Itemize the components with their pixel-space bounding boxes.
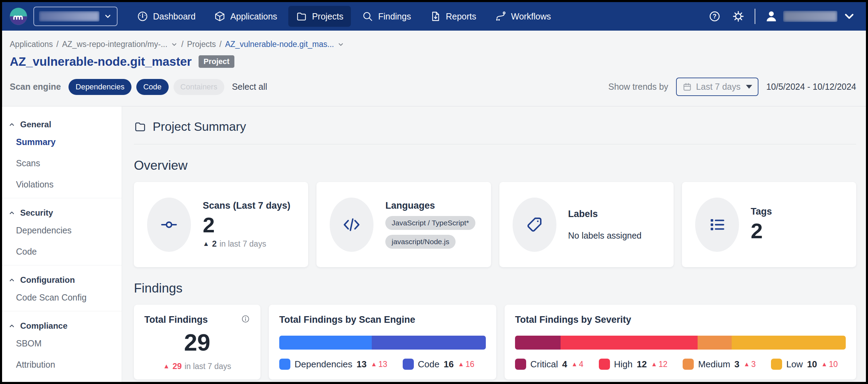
engine-legend: Dependencies13▲13Code16▲16 [279, 359, 486, 370]
sidebar-item-dependencies[interactable]: Dependencies [2, 220, 122, 241]
sidebar-item-summary[interactable]: Summary [2, 131, 122, 153]
primary-nav: Dashboard Applications Projects Findings [129, 6, 558, 27]
legend-item-dependencies: Dependencies13▲13 [279, 359, 387, 370]
nav-item-label: Workflows [511, 11, 551, 22]
trend-up-icon: ▲ [163, 362, 170, 370]
legend-swatch [599, 359, 610, 370]
legend-label: High [614, 359, 633, 370]
card-scans: Scans (Last 7 days) 2 ▲ 2 in last 7 days [134, 182, 308, 267]
sidebar-item-violations[interactable]: Violations [2, 174, 122, 195]
divider [134, 144, 856, 144]
trend-up-icon: ▲ [203, 240, 209, 248]
screenshot-frame: Dashboard Applications Projects Findings [0, 0, 868, 384]
nav-item-reports[interactable]: Reports [422, 6, 484, 27]
breadcrumb-project-name[interactable]: AZ_vulnerable-node.git_mas... [225, 40, 334, 49]
breadcrumb-application-name[interactable]: AZ_ws-repo-integration/my-... [62, 40, 167, 49]
bar-segment-low [732, 336, 846, 350]
sidebar-item-attribution[interactable]: Attribution [2, 354, 122, 375]
legend-delta: ▲3 [744, 360, 756, 369]
tags-icon-bubble [695, 198, 739, 252]
card-title: Total Findings by Severity [515, 314, 631, 325]
legend-swatch [515, 359, 526, 370]
nav-item-label: Projects [312, 11, 343, 22]
chevron-down-icon[interactable] [171, 41, 178, 48]
help-button[interactable]: ? [707, 9, 722, 24]
page-header: Applications / AZ_ws-repo-integration/my… [2, 31, 866, 106]
labels-icon-bubble [513, 198, 556, 252]
sidebar-section-header-compliance[interactable]: Compliance [2, 319, 122, 333]
legend-item-code: Code16▲16 [403, 359, 475, 370]
nav-item-workflows[interactable]: Workflows [487, 6, 558, 27]
breadcrumb: Applications / AZ_ws-repo-integration/my… [10, 40, 856, 49]
sidebar-section-header-security[interactable]: Security [2, 206, 122, 220]
sidebar-section-label: Security [20, 208, 53, 218]
language-chip: JavaScript / TypeScript* [385, 216, 475, 230]
organization-selector[interactable] [33, 7, 118, 26]
languages-icon-bubble [330, 198, 373, 252]
severity-stacked-bar [515, 336, 846, 350]
breadcrumb-separator: / [219, 40, 222, 49]
chevron-down-icon[interactable] [337, 41, 344, 48]
sidebar-item-scans[interactable]: Scans [2, 153, 122, 174]
organization-name-redacted [39, 11, 99, 22]
findings-heading: Findings [134, 281, 856, 296]
card-title: Total Findings [144, 314, 208, 325]
nav-item-label: Findings [378, 11, 411, 22]
date-range-value: Last 7 days [696, 82, 741, 92]
legend-value: 10 [807, 359, 817, 370]
chip-code[interactable]: Code [136, 79, 169, 95]
legend-value: 4 [562, 359, 567, 370]
legend-delta: ▲13 [371, 360, 387, 369]
nav-item-applications[interactable]: Applications [207, 6, 285, 27]
sidebar-item-code-scan-config[interactable]: Code Scan Config [2, 287, 122, 308]
date-range-select[interactable]: Last 7 days [676, 78, 759, 96]
trend-suffix: in last 7 days [185, 362, 231, 371]
sidebar-item-sbom[interactable]: SBOM [2, 333, 122, 354]
findings-search-icon [362, 11, 373, 22]
trend-suffix: in last 7 days [219, 239, 266, 249]
chevron-down-icon [104, 12, 112, 21]
sidebar-section-header-configuration[interactable]: Configuration [2, 273, 122, 287]
applications-cube-icon [214, 11, 225, 22]
sidebar-item-code[interactable]: Code [2, 241, 122, 262]
legend-delta: ▲4 [571, 360, 584, 369]
legend-label: Code [418, 359, 440, 370]
breadcrumb-applications[interactable]: Applications [10, 40, 53, 49]
trend-up-icon: ▲ [371, 361, 377, 368]
trend-up-icon: ▲ [821, 361, 828, 368]
calendar-icon [682, 82, 692, 92]
scan-engine-row: Scan engine Dependencies Code Containers… [10, 78, 856, 96]
account-menu[interactable] [764, 9, 856, 23]
trend-controls: Show trends by Last 7 days 10/5/2024 - 1… [608, 78, 856, 96]
card-findings-by-severity: Total Findings by Severity Critical4▲4Hi… [505, 305, 856, 379]
chevron-down-icon [842, 9, 856, 23]
nav-item-dashboard[interactable]: Dashboard [129, 6, 203, 27]
nav-item-findings[interactable]: Findings [354, 6, 419, 27]
legend-label: Dependencies [295, 359, 352, 370]
info-icon[interactable] [241, 314, 250, 323]
legend-label: Low [786, 359, 803, 370]
legend-item-low: Low10▲10 [771, 359, 838, 370]
chip-dependencies[interactable]: Dependencies [69, 79, 131, 95]
bar-segment-high [561, 336, 698, 350]
sidebar-section-label: Configuration [20, 275, 75, 285]
project-summary-header: Project Summary [134, 120, 856, 134]
trend-value: 29 [172, 361, 182, 371]
sidebar-section: SecurityDependenciesCode [2, 198, 122, 265]
breadcrumb-projects[interactable]: Projects [187, 40, 216, 49]
sidebar-section-header-general[interactable]: General [2, 118, 122, 131]
select-all-button[interactable]: Select all [232, 82, 267, 92]
nav-item-projects[interactable]: Projects [288, 6, 351, 27]
findings-cards: Total Findings 29 ▲ 29 in last 7 days [134, 305, 856, 379]
card-title: Total Findings by Scan Engine [279, 314, 415, 325]
settings-button[interactable] [731, 9, 746, 24]
chip-containers[interactable]: Containers [174, 79, 224, 95]
legend-swatch [403, 359, 414, 370]
card-labels: Labels No labels assigned [499, 182, 674, 267]
mend-logo[interactable] [9, 7, 28, 26]
breadcrumb-separator: / [56, 40, 58, 49]
chevron-up-icon [8, 121, 15, 128]
project-type-badge: Project [199, 55, 234, 68]
gear-icon [732, 10, 744, 22]
project-summary-title: Project Summary [153, 120, 246, 134]
